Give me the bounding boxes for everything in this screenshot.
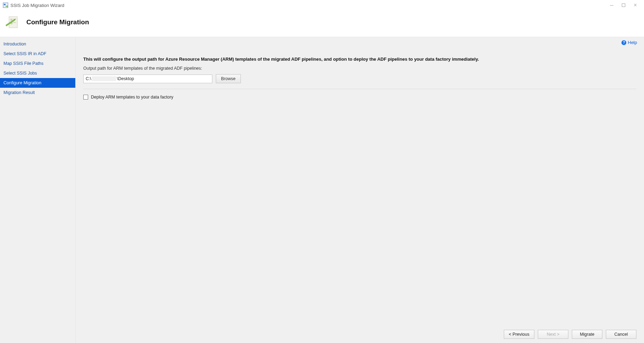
- deploy-checkbox-row: Deploy ARM templates to your data factor…: [83, 95, 636, 100]
- output-path-suffix: \Desktop: [117, 76, 134, 81]
- header-banner: Configure Migration: [0, 10, 644, 37]
- section-divider: [83, 89, 636, 89]
- browse-button[interactable]: Browse: [216, 74, 241, 83]
- cancel-button[interactable]: Cancel: [606, 330, 636, 339]
- help-icon: ?: [621, 40, 626, 45]
- deploy-checkbox-label: Deploy ARM templates to your data factor…: [91, 95, 173, 100]
- page-title: Configure Migration: [26, 18, 89, 26]
- titlebar: SSIS Job Migration Wizard ×: [0, 0, 644, 10]
- output-path-redacted: [92, 76, 116, 81]
- sidebar-item-select-ssis-jobs[interactable]: Select SSIS Jobs: [0, 68, 75, 78]
- wizard-footer-buttons: < Previous Next > Migrate Cancel: [504, 330, 636, 339]
- step-description: This will configure the output path for …: [83, 57, 636, 62]
- sidebar-item-map-file-paths[interactable]: Map SSIS File Paths: [0, 59, 75, 68]
- next-button: Next >: [538, 330, 568, 339]
- minimize-icon: [610, 5, 613, 6]
- svg-rect-6: [13, 22, 16, 23]
- sidebar-item-introduction[interactable]: Introduction: [0, 39, 75, 49]
- window-title: SSIS Job Migration Wizard: [10, 3, 64, 8]
- sidebar-item-configure-migration[interactable]: Configure Migration: [0, 78, 75, 88]
- output-path-input[interactable]: C:\ \Desktop: [83, 75, 212, 83]
- close-button[interactable]: ×: [633, 3, 638, 8]
- main-content: ? Help This will configure the output pa…: [76, 37, 644, 343]
- output-path-label: Output path for ARM templates of the mig…: [83, 66, 636, 71]
- output-path-row: C:\ \Desktop Browse: [83, 74, 636, 83]
- maximize-icon: [622, 3, 625, 7]
- svg-rect-3: [10, 19, 12, 21]
- body-area: Introduction Select SSIS IR in ADF Map S…: [0, 37, 644, 343]
- window-controls: ×: [609, 3, 641, 8]
- sidebar: Introduction Select SSIS IR in ADF Map S…: [0, 37, 76, 343]
- previous-button[interactable]: < Previous: [504, 330, 534, 339]
- svg-rect-1: [4, 4, 6, 5]
- maximize-button[interactable]: [621, 3, 626, 8]
- sidebar-item-select-ssis-ir[interactable]: Select SSIS IR in ADF: [0, 49, 75, 59]
- deploy-checkbox[interactable]: [83, 95, 88, 100]
- minimize-button[interactable]: [609, 3, 614, 8]
- app-icon: [3, 2, 8, 8]
- help-label: Help: [628, 40, 637, 45]
- output-path-prefix: C:\: [86, 76, 91, 81]
- help-link[interactable]: ? Help: [621, 40, 637, 45]
- wizard-step-icon: [4, 14, 21, 31]
- sidebar-item-migration-result[interactable]: Migration Result: [0, 88, 75, 97]
- migrate-button[interactable]: Migrate: [572, 330, 602, 339]
